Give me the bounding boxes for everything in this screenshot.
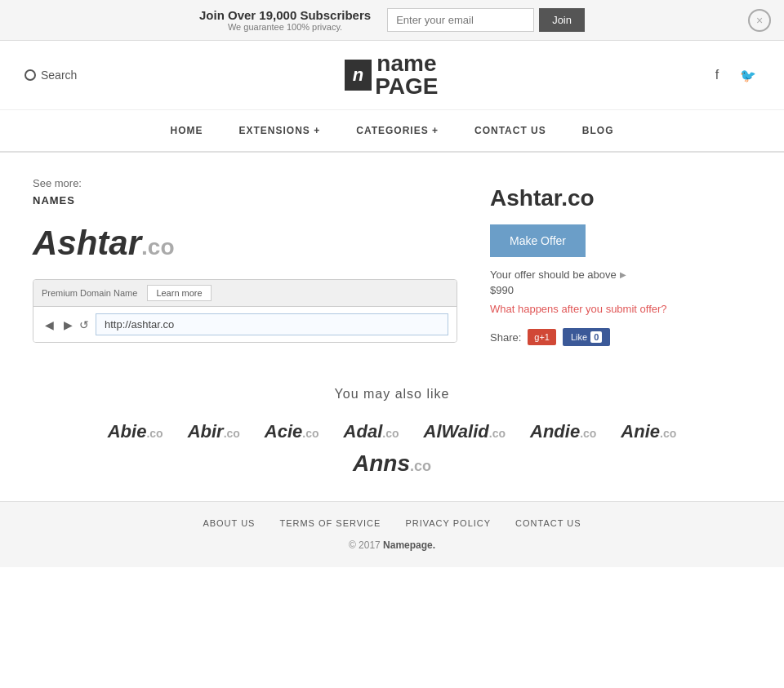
list-item[interactable]: Abie.co <box>108 421 163 442</box>
main-content: See more: NAMES Ashtar.co Premium Domain… <box>0 153 784 371</box>
join-button[interactable]: Join <box>539 8 585 32</box>
banner-headline: Join Over 19,000 Subscribers <box>199 8 371 22</box>
footer-copy: © 2017 Namepage. <box>33 539 751 551</box>
facebook-icon[interactable]: f <box>706 64 728 87</box>
fb-count: 0 <box>590 331 602 343</box>
twitter-icon[interactable]: 🐦 <box>737 64 760 87</box>
right-panel: Ashtar.co Make Offer Your offer should b… <box>490 177 751 346</box>
logo-name: name <box>375 52 438 75</box>
brand-link[interactable]: Namepage. <box>383 539 435 551</box>
share-row: Share: g+1 Like 0 <box>490 328 751 346</box>
see-more-label: See more: <box>33 177 457 189</box>
footer-terms[interactable]: TERMS OF SERVICE <box>279 518 381 528</box>
list-item[interactable]: AlWalid.co <box>424 421 506 442</box>
list-item[interactable]: Andie.co <box>530 421 596 442</box>
gplus-button[interactable]: g+1 <box>528 329 556 345</box>
learn-more-button[interactable]: Learn more <box>147 285 211 301</box>
domain-ext-part: .co <box>141 234 174 260</box>
social-icons: f 🐦 <box>706 64 760 87</box>
footer-links: ABOUT US TERMS OF SERVICE PRIVACY POLICY… <box>33 518 751 528</box>
footer-about[interactable]: ABOUT US <box>203 518 255 528</box>
logo-page: PAGE <box>375 75 438 98</box>
browser-tabs: Premium Domain Name Learn more <box>33 280 457 307</box>
domain-name-part: Ashtar <box>33 224 141 262</box>
search-label: Search <box>41 69 77 82</box>
logo-text: name PAGE <box>375 52 438 98</box>
share-label: Share: <box>490 331 521 344</box>
premium-label: Premium Domain Name <box>42 288 137 298</box>
domain-hero-title: Ashtar.co <box>33 224 457 263</box>
logo[interactable]: n name PAGE <box>345 52 439 98</box>
banner-subtext: We guarantee 100% privacy. <box>199 22 371 32</box>
offer-amount: $990 <box>490 284 751 296</box>
refresh-button[interactable]: ↺ <box>79 318 89 331</box>
list-item[interactable]: Adal.co <box>344 421 399 442</box>
nav-categories[interactable]: CATEGORIES + <box>338 110 457 151</box>
footer-privacy[interactable]: PRIVACY POLICY <box>405 518 491 528</box>
featured-domain[interactable]: Anns.co <box>33 451 751 477</box>
nav-blog[interactable]: BLOG <box>564 110 632 151</box>
domain-grid: Abie.co Abir.co Acie.co Adal.co AlWalid.… <box>33 421 751 442</box>
also-like-section: You may also like Abie.co Abir.co Acie.c… <box>0 371 784 501</box>
domain-title-right: Ashtar.co <box>490 185 751 211</box>
close-button[interactable]: × <box>748 9 771 32</box>
browser-bar: ◀ ▶ ↺ <box>33 307 457 342</box>
email-input[interactable] <box>387 8 534 32</box>
names-link[interactable]: NAMES <box>33 194 75 206</box>
forward-button[interactable]: ▶ <box>60 317 76 333</box>
back-button[interactable]: ◀ <box>42 317 57 333</box>
logo-n: n <box>345 60 372 91</box>
main-nav: HOME EXTENSIONS + CATEGORIES + CONTACT U… <box>0 110 784 153</box>
make-offer-button[interactable]: Make Offer <box>490 224 586 257</box>
fb-like-label: Like <box>571 332 587 342</box>
list-item[interactable]: Anie.co <box>621 421 676 442</box>
url-bar[interactable] <box>96 313 448 335</box>
nav-home[interactable]: HOME <box>153 110 221 151</box>
search-icon <box>24 69 36 81</box>
top-banner: Join Over 19,000 Subscribers We guarante… <box>0 0 784 41</box>
browser-frame: Premium Domain Name Learn more ◀ ▶ ↺ <box>33 279 457 343</box>
logo-box: n name PAGE <box>345 52 439 98</box>
nav-extensions[interactable]: EXTENSIONS + <box>221 110 339 151</box>
list-item[interactable]: Acie.co <box>265 421 319 442</box>
copy-year: © 2017 <box>349 539 381 551</box>
footer: ABOUT US TERMS OF SERVICE PRIVACY POLICY… <box>0 501 784 567</box>
what-happens-link[interactable]: What happens after you submit offer? <box>490 303 751 315</box>
fb-like-button[interactable]: Like 0 <box>563 328 610 346</box>
left-panel: See more: NAMES Ashtar.co Premium Domain… <box>33 177 457 346</box>
header: Search n name PAGE f 🐦 <box>0 41 784 110</box>
search-area[interactable]: Search <box>24 69 77 82</box>
banner-text: Join Over 19,000 Subscribers We guarante… <box>199 8 371 32</box>
footer-contact[interactable]: CONTACT US <box>515 518 581 528</box>
also-like-title: You may also like <box>33 387 751 402</box>
offer-note: Your offer should be above ▶ <box>490 269 751 281</box>
nav-contact[interactable]: CONTACT US <box>457 110 564 151</box>
offer-note-text: Your offer should be above <box>490 269 617 281</box>
browser-nav-arrows: ◀ ▶ ↺ <box>42 317 89 333</box>
list-item[interactable]: Abir.co <box>188 421 240 442</box>
chevron-icon: ▶ <box>620 270 626 279</box>
